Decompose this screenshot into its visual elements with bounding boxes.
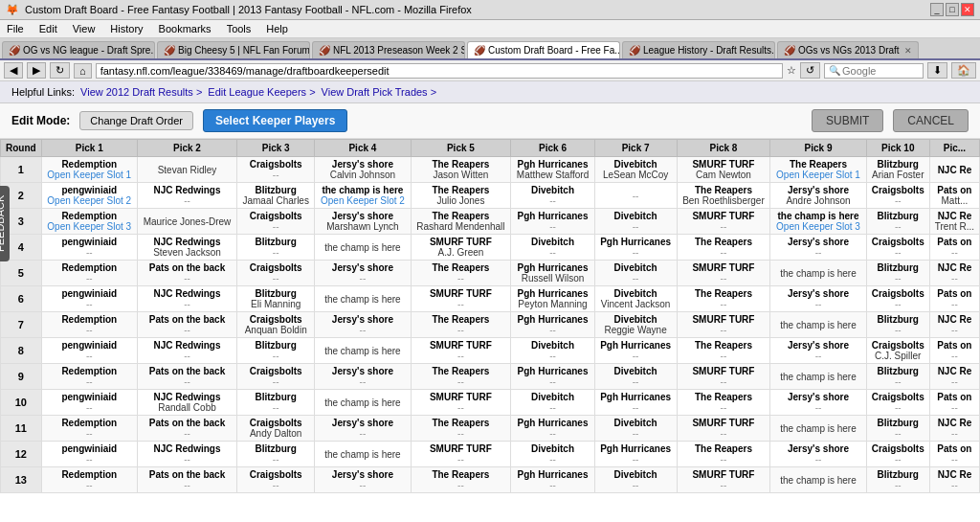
player-name: the champ is here <box>319 397 406 408</box>
col-pick-4: Pick 4 <box>315 140 411 157</box>
pick-cell: the champ is here <box>770 416 866 442</box>
star-icon[interactable]: ☆ <box>787 64 796 77</box>
pick-cell: the champ is hereOpen Keeper Slot 3 <box>770 209 866 235</box>
keeper-slot-link[interactable]: Open Keeper Slot 2 <box>46 195 133 206</box>
tab-ogs-ngs-label: OGs vs NGs 2013 Draft <box>798 45 900 56</box>
search-input[interactable] <box>842 65 919 77</box>
player-name: -- <box>241 273 310 284</box>
player-name: -- <box>415 428 507 439</box>
player-name: -- <box>871 299 925 309</box>
forward-button[interactable]: ▶ <box>27 62 46 79</box>
team-name: Blitzburg <box>871 366 925 376</box>
player-name: Jason Witten <box>415 170 507 180</box>
bookmark-button[interactable]: 🏠 <box>951 62 976 79</box>
keeper-slot-link[interactable]: Open Keeper Slot 2 <box>319 195 406 206</box>
team-name: Divebitch <box>599 211 673 221</box>
player-name: -- <box>934 247 975 258</box>
feedback-tab[interactable]: FEEDBACK <box>0 185 10 261</box>
player-name: -- <box>681 299 767 309</box>
player-name: -- <box>934 428 975 439</box>
menu-file[interactable]: File <box>4 22 27 35</box>
pick-cell: Pgh Hurricanes-- <box>511 209 594 235</box>
col-pick-6: Pick 6 <box>511 140 594 157</box>
pick-cell: RedemptionOpen Keeper Slot 3 <box>41 209 137 235</box>
tab-big-cheesy[interactable]: 🏈 Big Cheesy 5 | NFL Fan Forums ✕ <box>157 41 310 58</box>
player-name: -- <box>774 402 861 413</box>
player-name: the champ is here <box>774 372 861 382</box>
maximize-button[interactable]: □ <box>946 3 959 16</box>
pick-cell: Craigsbolts-- <box>866 235 929 261</box>
menu-help[interactable]: Help <box>263 22 291 35</box>
player-name: the champ is here <box>319 294 406 305</box>
player-name: Steven Jackson <box>142 247 233 258</box>
close-button[interactable]: ✕ <box>961 3 974 16</box>
pick-cell: Jersy's shoreMarshawn Lynch <box>315 209 411 235</box>
team-name: Jersy's shore <box>319 314 406 325</box>
submit-button[interactable]: SUBMIT <box>812 109 883 132</box>
player-name: -- <box>319 325 406 335</box>
menu-bookmarks[interactable]: Bookmarks <box>156 22 214 35</box>
keeper-slot-link[interactable]: Open Keeper Slot 1 <box>774 170 861 180</box>
team-name: NJC Redwings <box>142 340 233 351</box>
tab-og-ng[interactable]: 🏈 OG vs NG league - Draft Spre... ✕ <box>2 41 155 58</box>
view-draft-results-link[interactable]: View 2012 Draft Results > <box>80 86 202 98</box>
window-controls[interactable]: _ □ ✕ <box>930 3 974 16</box>
view-draft-pick-trades-link[interactable]: View Draft Pick Trades > <box>322 86 437 98</box>
download-button[interactable]: ⬇ <box>927 62 947 79</box>
home-button[interactable]: ⌂ <box>74 63 92 79</box>
keeper-slot-link[interactable]: Open Keeper Slot 3 <box>774 221 861 232</box>
team-name: Craigsbolts <box>241 262 310 273</box>
tab-custom-draft[interactable]: 🏈 Custom Draft Board - Free Fa... ✕ <box>467 41 620 58</box>
edit-league-keepers-link[interactable]: Edit League Keepers > <box>208 86 315 98</box>
minimize-button[interactable]: _ <box>930 3 944 16</box>
player-name: Anquan Boldin <box>241 325 310 335</box>
table-header-row: Round Pick 1 Pick 2 Pick 3 Pick 4 Pick 5… <box>1 140 980 157</box>
change-draft-order-button[interactable]: Change Draft Order <box>79 111 193 130</box>
tab-nfl-preseason[interactable]: 🏈 NFL 2013 Preseason Week 2 S... ✕ <box>312 41 465 58</box>
team-name: The Reapers <box>681 288 767 299</box>
pick-cell: Divebitch-- <box>511 235 594 261</box>
tab-ogs-ngs[interactable]: 🏈 OGs vs NGs 2013 Draft ✕ <box>777 41 919 58</box>
tab-ogs-ngs-close[interactable]: ✕ <box>904 46 912 56</box>
pick-cell: NJC Redwings-- <box>137 442 236 467</box>
player-name: -- <box>515 428 590 439</box>
team-name: Craigsbolts <box>241 366 310 376</box>
pick-cell: The Reapers-- <box>677 390 770 416</box>
player-name: -- <box>871 195 925 206</box>
pick-cell: Craigsbolts-- <box>237 209 315 235</box>
table-row: 2pengwiniaidOpen Keeper Slot 2NJC Redwin… <box>1 183 980 209</box>
team-name: Pats on the back <box>142 314 233 325</box>
tab-league-history[interactable]: 🏈 League History - Draft Results... ✕ <box>622 41 775 58</box>
select-keeper-players-button[interactable]: Select Keeper Players <box>203 109 347 132</box>
team-name: Divebitch <box>515 443 590 454</box>
menu-edit[interactable]: Edit <box>36 22 60 35</box>
col-pick-10: Pick 10 <box>866 140 929 157</box>
pick-cell: NJC Re-- <box>929 261 979 286</box>
player-name: Peyton Manning <box>515 299 590 309</box>
pick-cell: Maurice Jones-Drew <box>137 209 236 235</box>
pick-cell: Redemption-- <box>41 312 137 338</box>
player-name: C.J. Spiller <box>871 351 925 361</box>
pick-cell: Divebitch-- <box>594 261 677 286</box>
player-name: LeSean McCoy <box>599 170 673 180</box>
cancel-button[interactable]: CANCEL <box>893 109 969 132</box>
team-name: Pgh Hurricanes <box>515 262 590 273</box>
reload-button[interactable]: ↻ <box>50 62 70 79</box>
back-button[interactable]: ◀ <box>4 62 23 79</box>
pick-cell: The ReapersJason Witten <box>411 157 511 183</box>
refresh-icon[interactable]: ↺ <box>800 62 820 79</box>
team-name: SMURF TURF <box>681 366 767 376</box>
menu-view[interactable]: View <box>70 22 99 35</box>
player-name: -- <box>142 299 233 309</box>
menu-tools[interactable]: Tools <box>224 22 255 35</box>
keeper-slot-link[interactable]: Open Keeper Slot 3 <box>46 221 133 232</box>
address-input[interactable] <box>96 63 783 79</box>
keeper-slot-link[interactable]: Open Keeper Slot 1 <box>46 170 133 180</box>
team-name: Blitzburg <box>871 469 925 480</box>
player-name: -- <box>934 480 975 490</box>
menu-history[interactable]: History <box>107 22 145 35</box>
team-name: Blitzburg <box>871 262 925 273</box>
team-name: NJC Redwings <box>142 288 233 299</box>
player-name: Reggie Wayne <box>599 325 673 335</box>
table-row: 5Redemption--Pats on the back--Craigsbol… <box>1 261 980 286</box>
